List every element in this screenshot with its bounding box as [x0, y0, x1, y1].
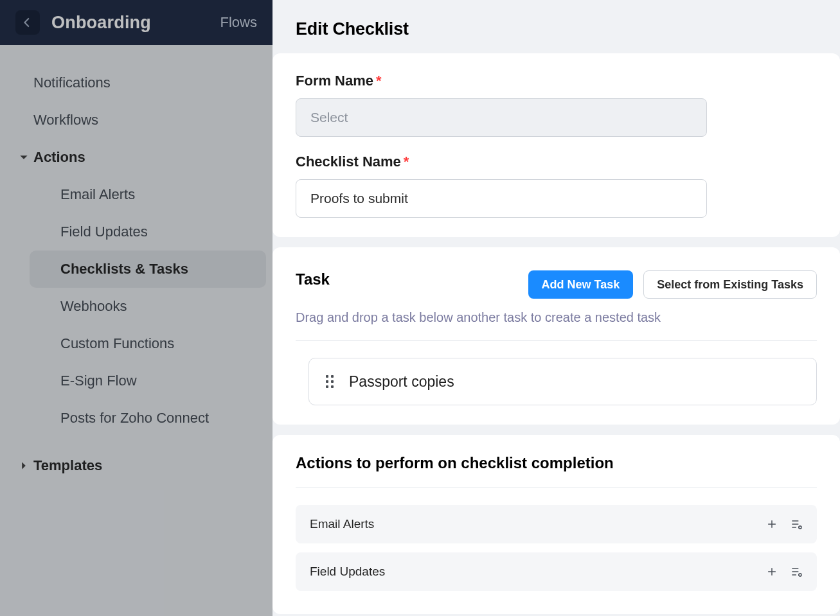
task-card: Task Add New Task Select from Existing T… — [273, 247, 840, 425]
arrow-left-icon — [21, 15, 35, 30]
task-header: Task Add New Task Select from Existing T… — [296, 270, 817, 299]
module-title: Onboarding — [51, 13, 220, 33]
edit-checklist-panel: Edit Checklist Form Name* Select Checkli… — [273, 0, 840, 616]
completion-action-label: Field Updates — [310, 565, 385, 579]
nav-notifications[interactable]: Notifications — [6, 64, 266, 101]
task-name: Passport copies — [349, 373, 454, 391]
form-name-placeholder: Select — [310, 110, 348, 125]
checklist-name-input[interactable] — [296, 179, 707, 218]
form-name-label: Form Name* — [296, 73, 817, 89]
checklist-name-label-text: Checklist Name — [296, 154, 401, 170]
nav: Notifications Workflows Actions Email Al… — [0, 45, 273, 484]
nav-zoho-connect-posts[interactable]: Posts for Zoho Connect — [30, 400, 266, 437]
checklist-name-label: Checklist Name* — [296, 154, 817, 170]
divider — [296, 340, 817, 341]
nav-checklists-tasks[interactable]: Checklists & Tasks — [30, 251, 266, 288]
nav-webhooks[interactable]: Webhooks — [30, 288, 266, 325]
completion-actions-card: Actions to perform on checklist completi… — [273, 435, 840, 614]
header-right-link[interactable]: Flows — [220, 14, 257, 31]
select-existing-task-button[interactable]: Select from Existing Tasks — [643, 270, 817, 299]
required-asterisk: * — [376, 73, 382, 89]
nav-custom-functions[interactable]: Custom Functions — [30, 325, 266, 362]
add-new-task-button[interactable]: Add New Task — [528, 270, 634, 299]
form-name-field: Form Name* Select — [296, 73, 817, 137]
nav-field-updates[interactable]: Field Updates — [30, 213, 266, 251]
completion-action-controls — [765, 518, 803, 531]
nav-actions-label: Actions — [33, 149, 85, 166]
nav-workflows[interactable]: Workflows — [6, 101, 266, 139]
plus-icon[interactable] — [765, 518, 778, 531]
checklist-name-field: Checklist Name* — [296, 154, 817, 218]
nav-templates-group[interactable]: Templates — [6, 447, 266, 484]
form-name-select[interactable]: Select — [296, 98, 707, 137]
form-info-card: Form Name* Select Checklist Name* — [273, 53, 840, 237]
divider — [296, 488, 817, 488]
chevron-down-icon — [18, 153, 30, 162]
form-name-label-text: Form Name — [296, 73, 373, 89]
panel-title: Edit Checklist — [273, 0, 840, 53]
sidebar: Onboarding Flows Notifications Workflows… — [0, 0, 273, 616]
nav-templates-label: Templates — [33, 457, 102, 474]
completion-action-label: Email Alerts — [310, 517, 374, 531]
completion-action-controls — [765, 565, 803, 578]
required-asterisk: * — [404, 154, 409, 170]
completion-action-row: Field Updates — [296, 552, 817, 591]
chevron-right-icon — [18, 461, 30, 470]
completion-action-row: Email Alerts — [296, 505, 817, 543]
list-settings-icon[interactable] — [790, 565, 803, 578]
nav-actions-group[interactable]: Actions — [6, 139, 266, 176]
list-settings-icon[interactable] — [790, 518, 803, 531]
plus-icon[interactable] — [765, 565, 778, 578]
completion-heading: Actions to perform on checklist completi… — [296, 454, 817, 472]
task-buttons: Add New Task Select from Existing Tasks — [528, 270, 817, 299]
task-row[interactable]: Passport copies — [308, 358, 817, 405]
drag-handle-icon[interactable] — [323, 375, 336, 388]
back-button[interactable] — [15, 10, 40, 35]
nav-actions-children: Email Alerts Field Updates Checklists & … — [6, 176, 266, 437]
task-helper-text: Drag and drop a task below another task … — [296, 310, 817, 325]
app-header: Onboarding Flows — [0, 0, 273, 45]
nav-email-alerts[interactable]: Email Alerts — [30, 176, 266, 213]
task-heading: Task — [296, 270, 330, 288]
nav-esign-flow[interactable]: E-Sign Flow — [30, 362, 266, 400]
